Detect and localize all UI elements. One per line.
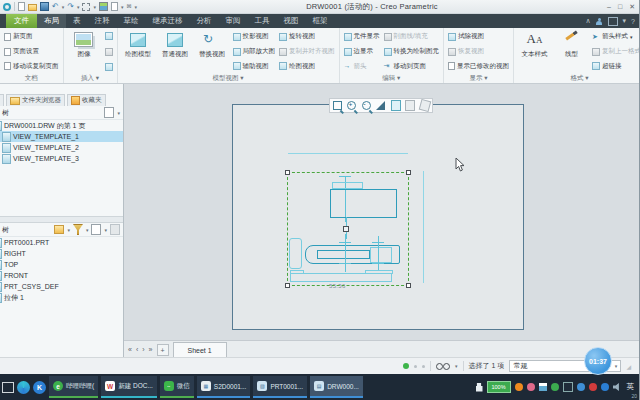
add-sheet-button[interactable]: + bbox=[157, 344, 169, 356]
windows-icon[interactable] bbox=[111, 2, 118, 11]
show-modified-views-button[interactable]: 显示已修改的视图 bbox=[448, 59, 509, 73]
tab-frame[interactable]: 框架 bbox=[306, 14, 335, 28]
tree-item-view-template-3[interactable]: VIEW_TEMPLATE_3 bbox=[0, 153, 123, 164]
auxiliary-view-button[interactable]: 辅助视图 bbox=[233, 59, 276, 73]
zoom-out-icon[interactable]: - bbox=[361, 100, 372, 111]
box-zoom-icon[interactable] bbox=[332, 100, 343, 111]
hyperlink-button[interactable]: 超链接 bbox=[592, 59, 640, 73]
tab-tools[interactable]: 工具 bbox=[248, 14, 277, 28]
options-caret-icon[interactable]: ▾ bbox=[623, 17, 627, 25]
drawing-canvas[interactable]: 55.56 + - bbox=[124, 84, 640, 340]
tab-model-tree-stub[interactable] bbox=[0, 94, 4, 106]
taskbar-app-wps-doc[interactable]: W 新建 DOC... bbox=[101, 376, 157, 398]
taskbar-app-bilibili[interactable]: e 哔哩哔哩( bbox=[49, 376, 98, 398]
zoom-in-icon[interactable]: + bbox=[346, 100, 357, 111]
tray-c-icon[interactable] bbox=[601, 383, 609, 391]
tab-annotate[interactable]: 注释 bbox=[88, 14, 117, 28]
tab-table[interactable]: 表 bbox=[66, 14, 88, 28]
tab-layout[interactable]: 布局 bbox=[37, 14, 66, 28]
object-icon[interactable] bbox=[105, 48, 113, 56]
save-icon[interactable] bbox=[40, 2, 49, 11]
restore-button[interactable]: □ bbox=[618, 3, 622, 11]
redo-icon[interactable]: ↷ bbox=[67, 2, 74, 11]
tab-sketch[interactable]: 草绘 bbox=[117, 14, 146, 28]
arrows-button[interactable]: →箭头 bbox=[344, 59, 380, 73]
previous-sheet-icon[interactable]: ‹ bbox=[136, 346, 138, 353]
display-settings-icon[interactable] bbox=[419, 100, 430, 111]
tray-photo-icon[interactable] bbox=[539, 383, 547, 391]
tree-item-view-template-2[interactable]: VIEW_TEMPLATE_2 bbox=[0, 142, 123, 153]
resume-view-button[interactable]: 恢复视图 bbox=[448, 45, 509, 59]
file-menu-button[interactable]: 文件 bbox=[6, 14, 37, 28]
tab-analysis[interactable]: 分析 bbox=[190, 14, 219, 28]
detailed-view-button[interactable]: 局部放大图 bbox=[233, 45, 276, 59]
tree-item-sheet[interactable]: DRW0001.DRW 的第 1 页 bbox=[0, 120, 123, 131]
named-views-icon[interactable] bbox=[405, 100, 416, 111]
search-tool-icon[interactable] bbox=[436, 363, 450, 370]
drawing-models-button[interactable]: 绘图模型 bbox=[122, 30, 155, 73]
move-to-sheet-button[interactable]: ⇥移动到页面 bbox=[384, 59, 440, 73]
symbol-icon[interactable] bbox=[105, 63, 113, 71]
show-icon[interactable] bbox=[54, 225, 64, 234]
tray-red-icon[interactable] bbox=[589, 383, 597, 391]
window-layout-icon[interactable] bbox=[608, 17, 618, 26]
filter-icon[interactable] bbox=[73, 224, 83, 235]
tree-item-part[interactable]: PRT0001.PRT bbox=[0, 237, 123, 248]
line-style-button[interactable]: 线型 bbox=[555, 30, 588, 73]
copy-align-view-button[interactable]: 复制并对齐视图 bbox=[279, 45, 335, 59]
tree-columns-icon[interactable] bbox=[91, 224, 101, 235]
replace-view-button[interactable]: ↻ 替换视图 bbox=[196, 30, 229, 73]
tray-flower-icon[interactable] bbox=[527, 383, 535, 391]
taskbar-app-prt0001[interactable]: ▧ PRT0001... bbox=[253, 376, 307, 398]
tree-item-csys[interactable]: PRT_CSYS_DEF bbox=[0, 281, 123, 292]
tab-view[interactable]: 视图 bbox=[277, 14, 306, 28]
tree-item-top[interactable]: TOP bbox=[0, 259, 123, 270]
regenerate-icon[interactable] bbox=[99, 2, 108, 11]
taskbar-app-drw0001[interactable]: ▤ DRW000... bbox=[310, 376, 363, 398]
last-sheet-icon[interactable]: » bbox=[149, 346, 153, 353]
select-mode-icon[interactable] bbox=[82, 3, 90, 11]
ime-indicator[interactable]: 英 bbox=[625, 382, 635, 392]
component-display-button[interactable]: 元件显示 bbox=[344, 30, 380, 44]
speaker-icon[interactable] bbox=[613, 383, 621, 391]
tab-favorites[interactable]: 收藏夹 bbox=[67, 94, 106, 106]
new-sheet-button[interactable]: 新页面 bbox=[4, 30, 59, 44]
tab-review[interactable]: 审阅 bbox=[219, 14, 248, 28]
import-drawing-icon[interactable] bbox=[105, 32, 113, 40]
tray-orange-icon[interactable] bbox=[515, 383, 523, 391]
k-app-icon[interactable]: K bbox=[33, 381, 46, 394]
next-sheet-icon[interactable]: › bbox=[142, 346, 144, 353]
refit-icon[interactable] bbox=[375, 100, 386, 111]
projection-view-button[interactable]: 投影视图 bbox=[233, 30, 276, 44]
selection-handle[interactable] bbox=[285, 283, 290, 288]
open-file-icon[interactable] bbox=[28, 4, 37, 11]
edge-browser-icon[interactable] bbox=[17, 381, 30, 394]
tree-settings-icon[interactable] bbox=[104, 107, 114, 118]
tree-item-view-template-1[interactable]: VIEW_TEMPLATE_1 bbox=[0, 131, 123, 142]
tray-pen-icon[interactable] bbox=[563, 382, 573, 392]
selection-handle[interactable] bbox=[285, 170, 290, 175]
selection-handle[interactable] bbox=[406, 283, 411, 288]
panel-splitter[interactable] bbox=[0, 216, 123, 223]
general-view-button[interactable]: 普通视图 bbox=[159, 30, 192, 73]
text-style-button[interactable]: AA 文本样式 bbox=[518, 30, 551, 73]
task-view-icon[interactable] bbox=[2, 382, 14, 393]
tray-green-icon[interactable] bbox=[551, 383, 559, 391]
tab-folder-browser[interactable]: 文件夹浏览器 bbox=[6, 94, 65, 106]
sheet-tab-active[interactable]: Sheet 1 bbox=[173, 342, 227, 357]
taskbar-app-s2d0001[interactable]: ▦ S2D0001... bbox=[197, 376, 251, 398]
selection-handle[interactable] bbox=[406, 170, 411, 175]
selected-view-bounds[interactable] bbox=[287, 172, 409, 286]
close-window-icon[interactable]: ⊠ bbox=[126, 2, 131, 11]
undo-icon[interactable]: ↶ bbox=[52, 2, 59, 11]
drawing-view-button[interactable]: 绘图视图 bbox=[279, 59, 335, 73]
arrow-style-button[interactable]: ➤箭头样式 ▾ bbox=[592, 30, 640, 44]
recording-timer-overlay[interactable]: 01:37 bbox=[584, 347, 612, 375]
convert-to-draft-button[interactable]: 转换为绘制图元 bbox=[384, 45, 440, 59]
tab-legacy-migration[interactable]: 继承迁移 bbox=[146, 14, 190, 28]
minimize-button[interactable]: – bbox=[607, 3, 611, 11]
new-file-icon[interactable] bbox=[18, 2, 25, 11]
tray-target-icon[interactable] bbox=[577, 383, 585, 391]
tree-item-right[interactable]: RIGHT bbox=[0, 248, 123, 259]
minimize-ribbon-icon[interactable]: ∧ bbox=[585, 17, 590, 25]
